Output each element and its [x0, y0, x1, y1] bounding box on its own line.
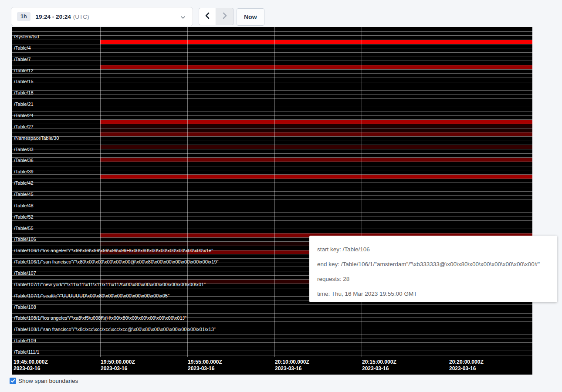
- next-range-button[interactable]: [216, 8, 234, 25]
- span-key-label: /System/tsd: [14, 34, 39, 39]
- span-boundary-line: [12, 149, 532, 149]
- x-axis-label: 20:10:00.000Z2023-03-16: [275, 359, 309, 372]
- span-boundary-line: [12, 313, 532, 314]
- span-boundary-line: [12, 166, 532, 166]
- time-gridline: [449, 27, 449, 357]
- heat-band: [100, 65, 532, 69]
- span-key-label: /Table/48: [14, 203, 34, 208]
- span-boundary-line: [12, 65, 532, 65]
- span-boundary-line: [12, 208, 532, 208]
- key-visualizer-canvas[interactable]: /System/tsd/Table/4/Table/7/Table/12/Tab…: [12, 27, 532, 375]
- tooltip-requests: requests: 28: [317, 274, 549, 284]
- span-boundary-line: [12, 162, 532, 162]
- span-boundary-line: [12, 321, 532, 322]
- heat-band: [100, 128, 532, 132]
- show-span-boundaries-checkbox[interactable]: [10, 378, 16, 384]
- span-boundary-line: [12, 233, 532, 233]
- span-key-label: /Table/107/1/"seattle"/"UUUUUUD\x00\x80\…: [14, 293, 169, 298]
- heat-band: [100, 132, 532, 136]
- span-boundary-line: [12, 145, 532, 145]
- span-tooltip: start key: /Table/106 end key: /Table/10…: [309, 236, 557, 302]
- span-key-label: /Table/4: [14, 45, 31, 51]
- span-key-label: /Table/111/1: [14, 349, 39, 355]
- span-boundary-line: [12, 204, 532, 204]
- span-boundary-line: [12, 212, 532, 213]
- span-boundary-line: [12, 132, 532, 132]
- show-span-boundaries-label: Show span boundaries: [18, 378, 78, 384]
- span-boundary-line: [12, 98, 532, 99]
- span-key-label: /Table/109: [14, 338, 36, 343]
- heat-band: [100, 175, 532, 179]
- span-boundary-line: [12, 229, 532, 229]
- chevron-right-icon: [222, 12, 228, 21]
- span-boundary-line: [12, 69, 532, 70]
- span-boundary-line: [12, 94, 532, 95]
- heat-band: [100, 120, 532, 124]
- span-boundary-line: [12, 44, 532, 44]
- x-axis-label: 20:15:00.000Z2023-03-16: [362, 359, 396, 372]
- now-button[interactable]: Now: [237, 8, 264, 26]
- time-nav-group: [199, 8, 234, 25]
- chevron-left-icon: [204, 12, 210, 21]
- span-key-label: /Table/21: [14, 101, 34, 107]
- span-boundary-line: [12, 57, 532, 57]
- x-axis-label: 19:45:00.000Z2023-03-16: [14, 359, 48, 372]
- span-boundary-line: [12, 78, 532, 78]
- span-boundary-line: [12, 90, 532, 91]
- span-key-label: /Table/106/1/"san francisco"/"\x80\x00\x…: [14, 259, 219, 264]
- span-key-label: /NamespaceTable/30: [14, 135, 59, 141]
- span-key-label: /Table/33: [14, 147, 34, 152]
- span-boundary-line: [12, 157, 532, 158]
- span-key-label: /Table/108/1/"los angeles"/"\xa8\xf5\u00…: [14, 315, 186, 321]
- span-boundary-line: [12, 136, 532, 137]
- span-boundary-line: [12, 326, 532, 326]
- key-visualizer-page: 1h 19:24 - 20:24 (UTC) Now /System/tsd/T…: [0, 0, 562, 392]
- span-boundary-line: [12, 182, 532, 183]
- span-key-label: /Table/106: [14, 237, 36, 242]
- x-axis-label: 19:55:00.000Z2023-03-16: [188, 359, 222, 372]
- previous-range-button[interactable]: [199, 8, 216, 25]
- span-boundary-line: [12, 40, 532, 40]
- span-boundary-line: [12, 153, 532, 154]
- span-boundary-line: [12, 31, 532, 32]
- span-boundary-line: [12, 351, 532, 351]
- span-key-label: /Table/107: [14, 270, 36, 276]
- span-boundary-line: [12, 199, 532, 200]
- range-text: 19:24 - 20:24: [36, 14, 71, 20]
- heat-band: [100, 145, 532, 149]
- span-key-label: /Table/12: [14, 68, 34, 73]
- time-range-select[interactable]: 1h 19:24 - 20:24 (UTC): [11, 7, 193, 26]
- span-boundary-line: [12, 119, 532, 120]
- span-key-label: /Table/27: [14, 124, 34, 129]
- chevron-down-icon: [180, 14, 186, 19]
- span-boundary-line: [12, 191, 532, 192]
- x-axis-label: 20:20:00.000Z2023-03-16: [449, 359, 484, 372]
- span-boundary-line: [12, 107, 532, 107]
- span-key-label: /Table/42: [14, 180, 34, 186]
- time-gridline: [362, 27, 362, 357]
- span-boundary-line: [12, 61, 532, 61]
- span-boundary-line: [12, 111, 532, 112]
- time-gridline: [274, 27, 275, 357]
- range-timezone: (UTC): [73, 14, 89, 20]
- x-axis-label: 19:50:00.000Z2023-03-16: [101, 359, 135, 372]
- span-boundary-line: [12, 216, 532, 216]
- span-boundary-line: [12, 128, 532, 128]
- span-key-label: /Table/45: [14, 192, 34, 197]
- time-gridline: [187, 27, 188, 357]
- range-preset-badge: 1h: [17, 12, 30, 21]
- span-boundary-line: [12, 355, 532, 355]
- span-boundary-line: [12, 174, 532, 175]
- span-boundary-line: [12, 103, 532, 103]
- span-boundary-line: [12, 73, 532, 74]
- footer: Show span boundaries: [10, 378, 78, 384]
- span-key-label: /Table/15: [14, 79, 34, 84]
- span-boundary-line: [12, 309, 532, 309]
- span-boundary-line: [12, 35, 532, 36]
- span-boundary-line: [12, 342, 532, 343]
- span-key-label: /Table/18: [14, 90, 34, 95]
- span-key-label: /Table/24: [14, 113, 34, 118]
- span-key-label: /Table/52: [14, 214, 34, 220]
- heat-band: [100, 124, 532, 128]
- span-boundary-line: [12, 304, 532, 305]
